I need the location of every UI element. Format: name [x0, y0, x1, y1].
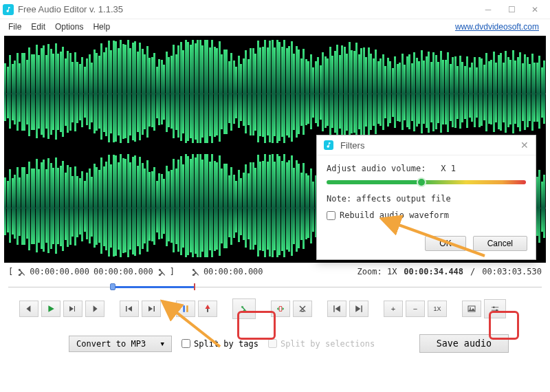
- volume-slider[interactable]: [327, 180, 526, 184]
- next-button[interactable]: [85, 301, 104, 317]
- menu-options[interactable]: Options: [51, 21, 87, 33]
- minimize-button[interactable]: ─: [483, 4, 494, 15]
- skip-forward-button[interactable]: [142, 301, 161, 317]
- svg-rect-11: [361, 305, 362, 312]
- split-by-selections-checkbox: Split by selections: [268, 339, 375, 349]
- selection-end: 00:00:00.000: [94, 267, 153, 276]
- go-start-button[interactable]: [327, 301, 346, 317]
- volume-value: X 1: [441, 164, 456, 173]
- volume-label: Adjust audio volume:: [327, 164, 426, 173]
- svg-rect-4: [154, 306, 155, 312]
- rebuild-waveform-checkbox[interactable]: Rebuild audio waveform: [327, 210, 449, 220]
- rebuild-waveform-label: Rebuild audio waveform: [340, 210, 449, 220]
- selection-open-bracket: [: [8, 267, 13, 276]
- window-title: Free Audio Editor v. 1.1.35: [18, 4, 123, 14]
- seek-marker: [194, 283, 195, 290]
- volume-slider-thumb[interactable]: [417, 177, 426, 187]
- menu-edit[interactable]: Edit: [27, 21, 50, 33]
- chevron-down-icon: ▼: [161, 340, 164, 347]
- svg-rect-10: [333, 305, 334, 312]
- image-button[interactable]: [462, 301, 481, 317]
- waveform-channel-left: [4, 39, 546, 149]
- menubar: File Edit Options Help www.dvdvideosoft.…: [0, 19, 550, 34]
- rebuild-waveform-input[interactable]: [327, 211, 336, 220]
- format-select[interactable]: Convert to MP3 ▼: [69, 336, 172, 352]
- svg-rect-6: [186, 305, 188, 312]
- close-button[interactable]: ✕: [529, 4, 540, 15]
- zoom-out-button[interactable]: −: [406, 301, 425, 317]
- dialog-icon: [324, 140, 333, 150]
- scissors-icon: [191, 268, 199, 276]
- selection-close-bracket: ]: [170, 267, 175, 276]
- website-link[interactable]: www.dvdvideosoft.com: [455, 22, 546, 32]
- seek-bar[interactable]: [8, 283, 542, 290]
- split-by-tags-label: Split by tags: [194, 339, 258, 349]
- svg-rect-8: [279, 307, 281, 312]
- seek-handle[interactable]: [110, 283, 116, 290]
- play-button[interactable]: [41, 301, 60, 317]
- split-by-selections-input: [268, 339, 277, 348]
- format-select-value: Convert to MP3: [76, 339, 146, 349]
- dialog-title: Filters: [340, 140, 364, 151]
- prev-button[interactable]: [19, 301, 38, 317]
- svg-rect-7: [207, 309, 208, 312]
- app-icon: [3, 4, 14, 15]
- delete-selection-button[interactable]: [293, 301, 312, 317]
- menu-help[interactable]: Help: [89, 21, 114, 33]
- dialog-close-icon[interactable]: ✕: [520, 140, 529, 151]
- ok-button[interactable]: OK: [425, 236, 465, 251]
- split-by-selections-label: Split by selections: [280, 339, 375, 349]
- selection-start: 00:00:00.000: [30, 267, 89, 276]
- svg-rect-2: [74, 306, 75, 312]
- filters-dialog: Filters ✕ Adjust audio volume: X 1 Note:…: [316, 135, 536, 260]
- cursor-position: 00:00:00.000: [204, 267, 263, 276]
- time-separator: /: [470, 267, 475, 276]
- skip-back-button[interactable]: [120, 301, 139, 317]
- titlebar: Free Audio Editor v. 1.1.35 ─ ☐ ✕: [0, 0, 550, 19]
- annotation-highlight: [237, 311, 276, 340]
- current-time: 00:00:34.448: [404, 267, 463, 276]
- svg-rect-5: [183, 305, 184, 312]
- zoom-label: Zoom: 1X: [358, 267, 397, 276]
- cancel-button[interactable]: Cancel: [473, 236, 527, 251]
- svg-rect-3: [126, 306, 127, 312]
- svg-rect-9: [301, 311, 304, 312]
- scissors-icon: [157, 268, 166, 276]
- marker-pause-button[interactable]: [176, 301, 195, 317]
- total-time: 00:03:03.530: [482, 267, 542, 276]
- svg-point-15: [493, 307, 495, 309]
- status-bar: [ 00:00:00.000 00:00:00.000 ] 00:00:00.0…: [0, 263, 550, 276]
- split-by-tags-input[interactable]: [182, 339, 190, 348]
- zoom-reset-button[interactable]: 1X: [428, 301, 447, 317]
- menu-file[interactable]: File: [4, 21, 25, 33]
- scissors-icon: [17, 268, 25, 276]
- annotation-highlight: [489, 311, 519, 340]
- maximize-button[interactable]: ☐: [506, 4, 517, 15]
- volume-note: Note: affects output file: [327, 194, 526, 204]
- marker-add-button[interactable]: [198, 301, 217, 317]
- zoom-in-button[interactable]: +: [384, 301, 403, 317]
- split-by-tags-checkbox[interactable]: Split by tags: [182, 339, 258, 349]
- svg-point-13: [470, 307, 471, 309]
- go-end-button[interactable]: [349, 301, 368, 317]
- play-selection-button[interactable]: [63, 301, 82, 317]
